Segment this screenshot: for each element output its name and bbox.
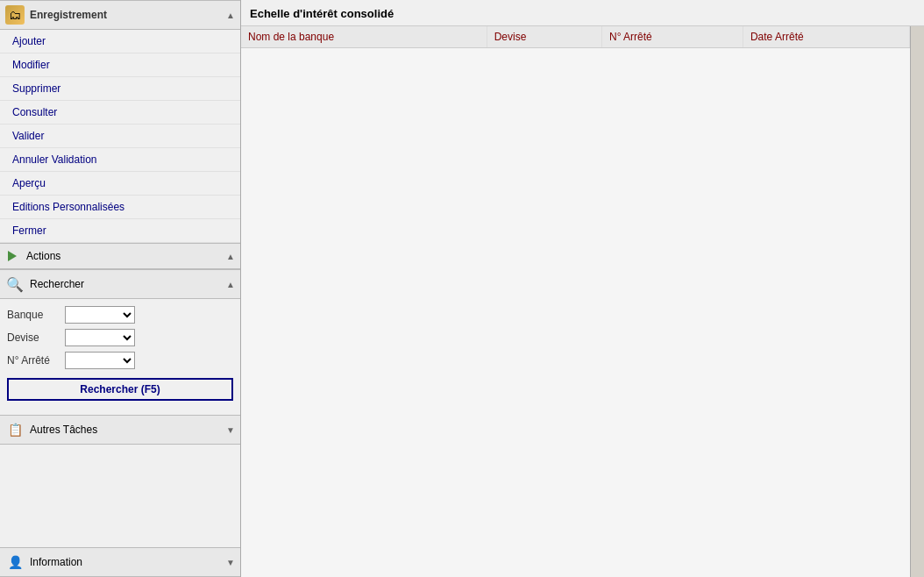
devise-row: Devise	[7, 329, 233, 346]
vertical-scrollbar[interactable]	[910, 26, 924, 577]
data-table: Nom de la banque Devise N° Arrêté Date A…	[241, 26, 910, 48]
page-title: Echelle d'intérêt consolidé	[241, 0, 924, 26]
editions-personnalisees-item[interactable]: Editions Personnalisées	[0, 196, 240, 219]
col-devise: Devise	[487, 26, 601, 48]
enregistrement-collapse-icon: ▲	[226, 11, 235, 20]
devise-select[interactable]	[65, 329, 135, 346]
information-label: Information	[30, 556, 82, 568]
actions-collapse-icon: ▲	[226, 252, 235, 261]
annuler-validation-item[interactable]: Annuler Validation	[0, 148, 240, 172]
arrete-label: N° Arrêté	[7, 354, 60, 367]
fermer-item[interactable]: Fermer	[0, 219, 240, 243]
col-no-arrete: N° Arrêté	[601, 26, 743, 48]
valider-item[interactable]: Valider	[0, 125, 240, 148]
autres-taches-label: Autres Tâches	[30, 424, 97, 436]
enregistrement-section-header[interactable]: 🗂 Enregistrement ▲	[0, 0, 240, 30]
actions-label: Actions	[26, 250, 60, 262]
col-date-arrete: Date Arrêté	[743, 26, 909, 48]
rechercher-button[interactable]: Rechercher (F5)	[7, 378, 233, 401]
rechercher-section: 🔍 Rechercher ▲ Banque Devise N° Arrêté	[0, 269, 240, 415]
actions-section: Actions ▲	[0, 243, 240, 269]
banque-row: Banque	[7, 306, 233, 324]
rechercher-collapse-icon: ▲	[226, 280, 235, 289]
sidebar: 🗂 Enregistrement ▲ Ajouter Modifier Supp…	[0, 0, 241, 577]
apercu-item[interactable]: Aperçu	[0, 172, 240, 196]
consulter-item[interactable]: Consulter	[0, 101, 240, 125]
information-section-header[interactable]: 👤 Information ▼	[0, 548, 240, 577]
rechercher-icon: 🔍	[5, 274, 25, 294]
enregistrement-icon: 🗂	[5, 5, 25, 25]
modifier-item[interactable]: Modifier	[0, 53, 240, 77]
autres-taches-section: 📋 Autres Tâches ▼	[0, 415, 240, 445]
col-nom-banque: Nom de la banque	[241, 26, 487, 48]
supprimer-item[interactable]: Supprimer	[0, 77, 240, 101]
devise-label: Devise	[7, 331, 60, 344]
banque-label: Banque	[7, 309, 60, 321]
enregistrement-menu: Ajouter Modifier Supprimer Consulter Val…	[0, 30, 240, 243]
actions-section-header[interactable]: Actions ▲	[0, 244, 240, 269]
rechercher-label: Rechercher	[30, 278, 84, 290]
ajouter-item[interactable]: Ajouter	[0, 30, 240, 53]
table-wrapper: Nom de la banque Devise N° Arrêté Date A…	[241, 26, 924, 577]
search-form: Banque Devise N° Arrêté Rechercher (F5)	[0, 299, 240, 415]
autres-taches-icon: 📋	[5, 420, 25, 439]
information-icon: 👤	[5, 552, 25, 572]
autres-taches-collapse-icon: ▼	[226, 425, 235, 435]
information-collapse-icon: ▼	[226, 558, 235, 567]
information-section: 👤 Information ▼	[0, 547, 240, 577]
autres-taches-section-header[interactable]: 📋 Autres Tâches ▼	[0, 416, 240, 445]
main-content: Echelle d'intérêt consolidé Nom de la ba…	[241, 0, 924, 577]
actions-icon	[5, 248, 21, 264]
table-scroll[interactable]: Nom de la banque Devise N° Arrêté Date A…	[241, 26, 910, 577]
arrete-row: N° Arrêté	[7, 352, 233, 369]
arrete-select[interactable]	[65, 352, 135, 369]
banque-select[interactable]	[65, 306, 135, 324]
enregistrement-label: Enregistrement	[30, 9, 107, 21]
rechercher-section-header[interactable]: 🔍 Rechercher ▲	[0, 270, 240, 299]
